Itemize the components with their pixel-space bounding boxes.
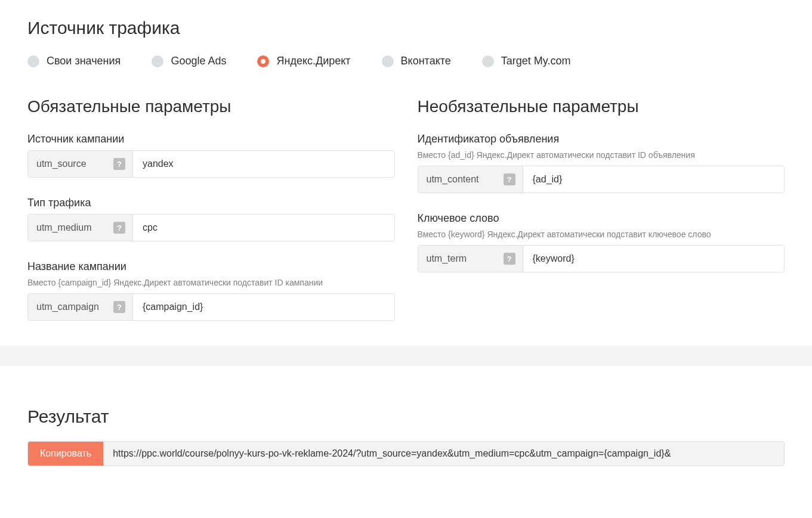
result-url-input[interactable]: [103, 442, 784, 466]
param-prefix: utm_campaign ?: [28, 294, 133, 320]
radio-dot-icon: [257, 55, 269, 67]
required-params-title: Обязательные параметры: [27, 97, 395, 116]
field-row: utm_term ?: [418, 245, 785, 272]
field-hint: Вместо {campaign_id} Яндекс.Директ автом…: [27, 278, 395, 287]
radio-dot-icon: [27, 55, 39, 67]
radio-own-values[interactable]: Свои значения: [27, 55, 121, 67]
section-divider: [0, 346, 812, 366]
param-name: utm_medium: [36, 222, 91, 233]
field-label: Источник кампании: [27, 133, 395, 145]
help-icon[interactable]: ?: [113, 158, 125, 170]
radio-google-ads[interactable]: Google Ads: [152, 55, 226, 67]
radio-dot-icon: [152, 55, 163, 67]
optional-params-title: Необязательные параметры: [418, 97, 785, 116]
radio-dot-icon: [382, 55, 394, 67]
result-section: Результат Копировать: [0, 384, 812, 478]
required-params-column: Обязательные параметры Источник кампании…: [27, 97, 395, 340]
params-columns: Обязательные параметры Источник кампании…: [27, 97, 785, 340]
field-utm-medium: Тип трафика utm_medium ?: [27, 197, 395, 241]
help-icon[interactable]: ?: [113, 301, 125, 313]
copy-button[interactable]: Копировать: [28, 442, 103, 466]
field-label: Тип трафика: [27, 197, 395, 209]
field-row: utm_source ?: [27, 150, 395, 178]
field-label: Идентификатор объявления: [418, 133, 785, 145]
radio-label: Свои значения: [47, 55, 121, 67]
field-hint: Вместо {keyword} Яндекс.Директ автоматич…: [418, 229, 785, 239]
utm-medium-input[interactable]: [133, 215, 394, 241]
result-row: Копировать: [27, 441, 785, 466]
param-name: utm_campaign: [36, 302, 99, 312]
param-prefix: utm_medium ?: [28, 215, 133, 241]
field-utm-campaign: Название кампании Вместо {campaign_id} Я…: [27, 260, 395, 321]
radio-target-mycom[interactable]: Target My.com: [482, 55, 571, 67]
radio-yandex-direct[interactable]: Яндекс.Директ: [257, 55, 350, 67]
param-prefix: utm_source ?: [28, 151, 133, 177]
field-utm-source: Источник кампании utm_source ?: [27, 133, 395, 178]
param-name: utm_content: [427, 174, 479, 185]
field-utm-content: Идентификатор объявления Вместо {ad_id} …: [418, 133, 785, 193]
field-utm-term: Ключевое слово Вместо {keyword} Яндекс.Д…: [418, 212, 785, 272]
field-label: Название кампании: [27, 260, 395, 273]
field-row: utm_campaign ?: [27, 293, 395, 321]
param-name: utm_term: [427, 253, 467, 264]
optional-params-column: Необязательные параметры Идентификатор о…: [418, 97, 785, 340]
field-label: Ключевое слово: [418, 212, 785, 225]
result-title: Результат: [27, 407, 785, 427]
radio-vkontakte[interactable]: Вконтакте: [382, 55, 451, 67]
help-icon[interactable]: ?: [113, 222, 125, 234]
param-prefix: utm_term ?: [418, 246, 523, 272]
radio-label: Яндекс.Директ: [276, 55, 350, 67]
field-row: utm_medium ?: [27, 214, 395, 241]
radio-label: Google Ads: [171, 55, 226, 67]
utm-source-input[interactable]: [133, 151, 394, 177]
traffic-source-title: Источник трафика: [27, 18, 785, 38]
radio-label: Вконтакте: [401, 55, 451, 67]
help-icon[interactable]: ?: [504, 173, 515, 185]
help-icon[interactable]: ?: [504, 253, 515, 265]
utm-term-input[interactable]: [523, 246, 785, 272]
utm-campaign-input[interactable]: [133, 294, 394, 320]
param-name: utm_source: [36, 159, 87, 169]
traffic-source-radios: Свои значения Google Ads Яндекс.Директ В…: [27, 55, 785, 67]
field-hint: Вместо {ad_id} Яндекс.Директ автоматичес…: [418, 150, 785, 160]
param-prefix: utm_content ?: [418, 166, 523, 193]
traffic-source-section: Источник трафика Свои значения Google Ad…: [0, 0, 812, 346]
field-row: utm_content ?: [418, 166, 785, 193]
radio-label: Target My.com: [501, 55, 571, 67]
utm-content-input[interactable]: [523, 166, 785, 193]
radio-dot-icon: [482, 55, 494, 67]
